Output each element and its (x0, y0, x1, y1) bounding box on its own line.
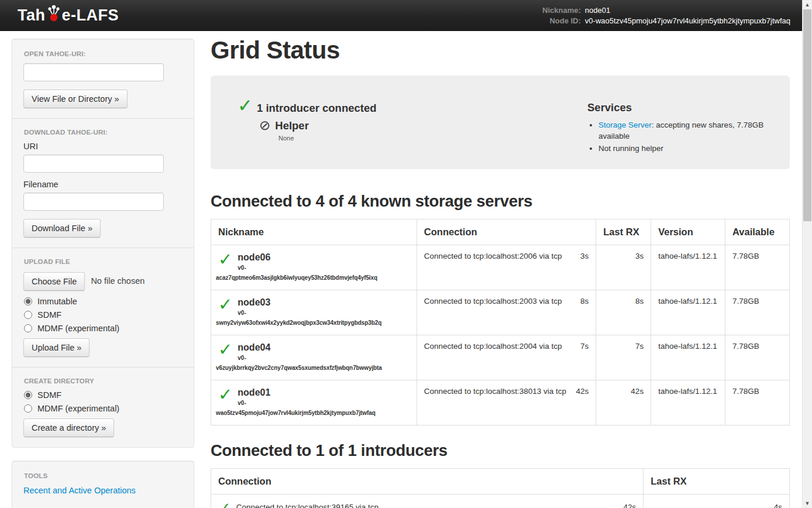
last-rx-cell: 7s (596, 335, 651, 380)
helper-status-row: ⊘ Helper (259, 119, 587, 132)
tools-panel: TOOLS Recent and Active Operations (12, 461, 194, 508)
create-directory-button[interactable]: Create a directory » (23, 418, 114, 437)
table-row: ✓ node04 v0- v6zuyjkbrrkqy2bvc2cny7qwax5… (211, 335, 790, 380)
table-row: ✓ 42s Connected to tcp:localhost:39165 v… (211, 495, 790, 508)
col-header-nickname: Nickname (211, 219, 417, 245)
download-filename-input[interactable] (23, 193, 164, 211)
upload-format-option-mdmf[interactable]: MDMF (experimental) (24, 324, 183, 333)
storage-table-header-row: Nickname Connection Last RX Version Avai… (211, 219, 790, 245)
dir-sdmf-radio-label: SDMF (37, 390, 61, 400)
storage-server-link[interactable]: Storage Server (598, 121, 652, 129)
col-header-version: Version (651, 219, 725, 245)
upload-mdmf-radio[interactable] (24, 324, 32, 332)
check-icon: ✓ (238, 99, 253, 112)
connection-text: Connected to tcp:localhost:39165 via tcp (236, 501, 379, 508)
introducers-heading: Connected to 1 of 1 introducers (211, 441, 790, 460)
create-directory-label: CREATE DIRECTORY (24, 377, 183, 385)
upload-sdmf-radio[interactable] (24, 311, 32, 319)
server-id-prefix: v0- (218, 310, 410, 316)
dir-sdmf-radio[interactable] (24, 391, 32, 399)
download-file-button[interactable]: Download File » (23, 219, 101, 238)
download-uri-input[interactable] (23, 155, 164, 173)
version-cell: tahoe-lafs/1.12.1 (651, 290, 725, 335)
table-row: ✓ node01 v0- wao5tzv45pmoju47jow7rvl4uki… (211, 380, 790, 425)
choose-file-button[interactable]: Choose File (23, 272, 85, 291)
connected-check-icon: ✓ (218, 501, 231, 508)
col-header-last-rx: Last RX (644, 469, 790, 495)
services-title: Services (587, 101, 780, 114)
connection-cell: 3sConnected to tcp:localhost:2006 via tc… (417, 245, 596, 290)
no-entry-icon: ⊘ (259, 119, 270, 132)
upload-sdmf-radio-label: SDMF (37, 310, 61, 320)
server-id-key: swny2viyw63ofxwi4x2yykd2woqjbpx3cw34xtri… (216, 320, 410, 326)
connection-time: 3s (580, 252, 589, 260)
upload-file-button[interactable]: Upload File » (23, 338, 90, 357)
connection-text: Connected to tcp:localhost:2003 via tcp (424, 297, 562, 306)
server-nickname: node03 (218, 297, 410, 308)
connection-cell: 42sConnected to tcp:localhost:38013 via … (417, 380, 596, 425)
helper-value: None (278, 135, 587, 142)
dir-mdmf-radio[interactable] (24, 404, 32, 413)
available-cell: 7.78GB (725, 380, 790, 425)
connection-time: 42s (576, 387, 589, 396)
table-row: ✓ node06 v0- acaz7qptmeo6m3asjlgkb6iwlyu… (211, 245, 790, 290)
connection-time: 7s (580, 342, 589, 351)
last-rx-value: 4s (774, 501, 782, 508)
dir-format-option-sdmf[interactable]: SDMF (24, 390, 183, 400)
server-id-key: wao5tzv45pmoju47jow7rvl4ukirjm5ytbh2kjty… (216, 410, 410, 416)
node-info: Nickname: node01 Node ID: v0-wao5tzv45pm… (542, 5, 790, 26)
nickname-label: Nickname: (542, 5, 581, 15)
logo-text-suffix: e-LAFS (62, 6, 119, 25)
sidebar: OPEN TAHOE-URI: View File or Directory »… (12, 39, 194, 508)
scrollbar-thumb[interactable] (803, 9, 811, 221)
connected-check-icon: ✓ (218, 342, 232, 357)
server-id-key: acaz7qptmeo6m3asjlgkb6iwlyuqey53hz26tbdm… (216, 274, 410, 281)
upload-mdmf-radio-label: MDMF (experimental) (37, 324, 119, 333)
dir-format-option-mdmf[interactable]: MDMF (experimental) (24, 404, 183, 413)
main-content: Grid Status ✓ 1 introducer connected ⊘ H… (211, 31, 790, 508)
vertical-scrollbar[interactable]: ▲ ▼ (802, 0, 812, 508)
services-section: Services Storage Server: accepting new s… (587, 99, 780, 169)
sidebar-divider (12, 367, 194, 368)
connected-check-icon: ✓ (218, 387, 232, 402)
immutable-radio[interactable] (24, 297, 32, 306)
upload-format-option-sdmf[interactable]: SDMF (24, 310, 183, 320)
sidebar-divider (12, 118, 194, 119)
col-header-connection: Connection (211, 469, 644, 495)
connected-check-icon: ✓ (218, 297, 232, 312)
services-list: Storage Server: accepting new shares, 7.… (598, 119, 780, 154)
view-file-or-directory-button[interactable]: View File or Directory » (23, 90, 128, 108)
server-nickname: node01 (218, 387, 410, 398)
col-header-last-rx: Last RX (596, 219, 651, 245)
page-title: Grid Status (211, 36, 790, 64)
open-tahoe-uri-input[interactable] (23, 63, 164, 81)
server-nickname: node06 (218, 252, 410, 263)
filename-field-label: Filename (23, 180, 183, 189)
available-cell: 7.78GB (725, 335, 790, 380)
server-nickname: node04 (218, 342, 410, 353)
connection-summary: ✓ 1 introducer connected ⊘ Helper None (238, 99, 587, 169)
top-navbar: Tah e-LAFS Nickname: node01 Node ID: v0-… (0, 0, 802, 31)
scrollbar-down-arrow[interactable]: ▼ (803, 500, 812, 506)
server-id-prefix: v0- (218, 355, 410, 361)
connected-check-icon: ✓ (218, 252, 232, 267)
tools-label: TOOLS (24, 472, 183, 479)
available-cell: 7.78GB (725, 290, 790, 335)
immutable-radio-label: Immutable (37, 297, 77, 306)
storage-server-service-item: Storage Server: accepting new shares, 7.… (598, 119, 780, 142)
tahoe-lafs-logo[interactable]: Tah e-LAFS (18, 6, 119, 25)
tahoe-onion-icon (46, 4, 61, 23)
upload-file-label: UPLOAD FILE (24, 258, 183, 265)
nickname-cell: ✓ node06 v0- acaz7qptmeo6m3asjlgkb6iwlyu… (211, 245, 417, 290)
sidebar-forms-panel: OPEN TAHOE-URI: View File or Directory »… (12, 39, 194, 448)
connection-cell: 8sConnected to tcp:localhost:2003 via tc… (417, 290, 596, 335)
storage-servers-heading: Connected to 4 of 4 known storage server… (211, 192, 790, 211)
upload-format-option-immutable[interactable]: Immutable (24, 297, 183, 306)
recent-operations-link[interactable]: Recent and Active Operations (23, 486, 136, 495)
connection-text: Connected to tcp:localhost:38013 via tcp (424, 387, 566, 396)
connection-cell: ✓ 42s Connected to tcp:localhost:39165 v… (211, 495, 644, 508)
version-cell: tahoe-lafs/1.12.1 (651, 335, 725, 380)
last-rx-cell: 42s (596, 380, 651, 425)
dir-mdmf-radio-label: MDMF (experimental) (37, 404, 119, 413)
scrollbar-up-arrow[interactable]: ▲ (803, 2, 812, 8)
